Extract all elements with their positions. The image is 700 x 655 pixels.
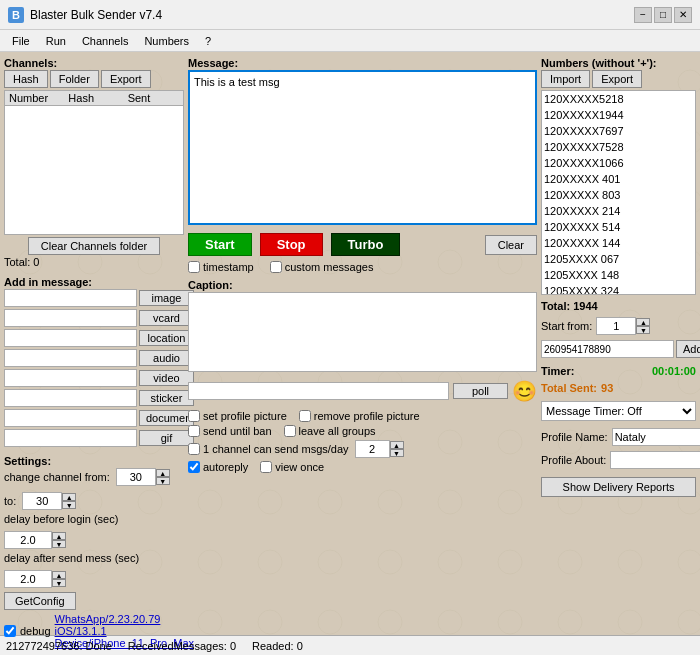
list-item[interactable]: 1205XXXX 324 [542,283,695,295]
to-spin-up[interactable]: ▲ [62,493,76,501]
leave-all-groups-label[interactable]: leave all groups [284,425,376,437]
debug-checkbox[interactable] [4,625,16,637]
autoreply-checkbox[interactable] [188,461,200,473]
show-delivery-button[interactable]: Show Delivery Reports [541,477,696,497]
list-item[interactable]: 1205XXXX 067 [542,251,695,267]
stop-button[interactable]: Stop [260,233,323,256]
caption-textarea[interactable] [188,292,537,372]
from-spin-down[interactable]: ▼ [156,477,170,485]
set-profile-picture-checkbox[interactable] [188,410,200,422]
to-value-input[interactable] [22,492,62,510]
document-input[interactable] [4,409,137,427]
minimize-button[interactable]: − [634,7,652,23]
location-button[interactable]: location [139,330,194,346]
gif-button[interactable]: gif [139,430,194,446]
list-item[interactable]: 120XXXXX5218 [542,91,695,107]
message-textarea[interactable]: This is a test msg [188,70,537,225]
menu-numbers[interactable]: Numbers [136,33,197,49]
start-button[interactable]: Start [188,233,252,256]
audio-button[interactable]: audio [139,350,194,366]
profile-about-input[interactable] [610,451,700,469]
video-button[interactable]: video [139,370,194,386]
add-number-input[interactable] [541,340,674,358]
from-value-input[interactable] [116,468,156,486]
turbo-button[interactable]: Turbo [331,233,401,256]
close-button[interactable]: ✕ [674,7,692,23]
add-number-button[interactable]: Add [676,340,700,358]
channel-send-checkbox[interactable] [188,443,200,455]
numbers-btn-row: Import Export [541,70,696,88]
list-item[interactable]: 120XXXXX1066 [542,155,695,171]
start-from-up[interactable]: ▲ [636,318,650,326]
export-numbers-button[interactable]: Export [592,70,642,88]
vcard-input[interactable] [4,309,137,327]
audio-input[interactable] [4,349,137,367]
custom-messages-checkbox[interactable] [270,261,282,273]
video-input[interactable] [4,369,137,387]
timestamp-checkbox[interactable] [188,261,200,273]
folder-button[interactable]: Folder [50,70,99,88]
list-item[interactable]: 120XXXXX 144 [542,235,695,251]
start-from-input[interactable] [596,317,636,335]
gif-input[interactable] [4,429,137,447]
getconfig-button[interactable]: GetConfig [4,592,76,610]
location-input[interactable] [4,329,137,347]
delay-login-down[interactable]: ▼ [52,540,66,548]
hash-button[interactable]: Hash [4,70,48,88]
list-item[interactable]: 120XXXXX 803 [542,187,695,203]
list-item[interactable]: 120XXXXX 514 [542,219,695,235]
delay-login-input[interactable] [4,531,52,549]
autoreply-label[interactable]: autoreply [188,461,248,473]
sticker-button[interactable]: sticker [139,390,194,406]
delay-login-up[interactable]: ▲ [52,532,66,540]
clear-message-button[interactable]: Clear [485,235,537,255]
timestamp-checkbox-label[interactable]: timestamp [188,261,254,273]
channel-send-down[interactable]: ▼ [390,449,404,457]
delay-send-input[interactable] [4,570,52,588]
to-spin-down[interactable]: ▼ [62,501,76,509]
menu-channels[interactable]: Channels [74,33,136,49]
list-item[interactable]: 1205XXXX 148 [542,267,695,283]
list-item[interactable]: 120XXXXX1944 [542,107,695,123]
from-spin-up[interactable]: ▲ [156,469,170,477]
emoji-button[interactable]: 😊 [512,379,537,403]
image-button[interactable]: image [139,290,194,306]
settings-label: Settings: [4,454,184,468]
numbers-total: Total: 1944 [541,300,696,312]
view-once-label[interactable]: view once [260,461,324,473]
image-input[interactable] [4,289,137,307]
list-item[interactable]: 120XXXXX7528 [542,139,695,155]
channel-send-up[interactable]: ▲ [390,441,404,449]
list-item[interactable]: 120XXXXX 214 [542,203,695,219]
export-channels-button[interactable]: Export [101,70,151,88]
list-item[interactable]: 120XXXXX7697 [542,123,695,139]
send-until-ban-checkbox[interactable] [188,425,200,437]
menu-file[interactable]: File [4,33,38,49]
import-numbers-button[interactable]: Import [541,70,590,88]
remove-profile-picture-label[interactable]: remove profile picture [299,410,420,422]
clear-channels-button[interactable]: Clear Channels folder [28,237,160,255]
custom-messages-checkbox-label[interactable]: custom messages [270,261,374,273]
start-from-down[interactable]: ▼ [636,326,650,334]
delay-send-up[interactable]: ▲ [52,571,66,579]
list-item[interactable]: 120XXXXX 401 [542,171,695,187]
menu-help[interactable]: ? [197,33,219,49]
channel-send-input[interactable] [355,440,390,458]
poll-button[interactable]: poll [453,383,508,399]
document-button[interactable]: document [139,410,194,426]
numbers-list[interactable]: 120XXXXX5218 120XXXXX1944 120XXXXX7697 1… [541,90,696,295]
profile-name-input[interactable] [612,428,700,446]
message-timer-dropdown[interactable]: Message Timer: Off [541,401,696,421]
poll-input[interactable] [188,382,449,400]
maximize-button[interactable]: □ [654,7,672,23]
vcard-button[interactable]: vcard [139,310,194,326]
leave-all-groups-checkbox[interactable] [284,425,296,437]
send-until-ban-label[interactable]: send until ban [188,425,272,437]
remove-profile-picture-checkbox[interactable] [299,410,311,422]
view-once-checkbox[interactable] [260,461,272,473]
channel-send-label[interactable]: 1 channel can send msgs/day [188,443,349,455]
menu-run[interactable]: Run [38,33,74,49]
delay-send-down[interactable]: ▼ [52,579,66,587]
set-profile-picture-label[interactable]: set profile picture [188,410,287,422]
sticker-input[interactable] [4,389,137,407]
